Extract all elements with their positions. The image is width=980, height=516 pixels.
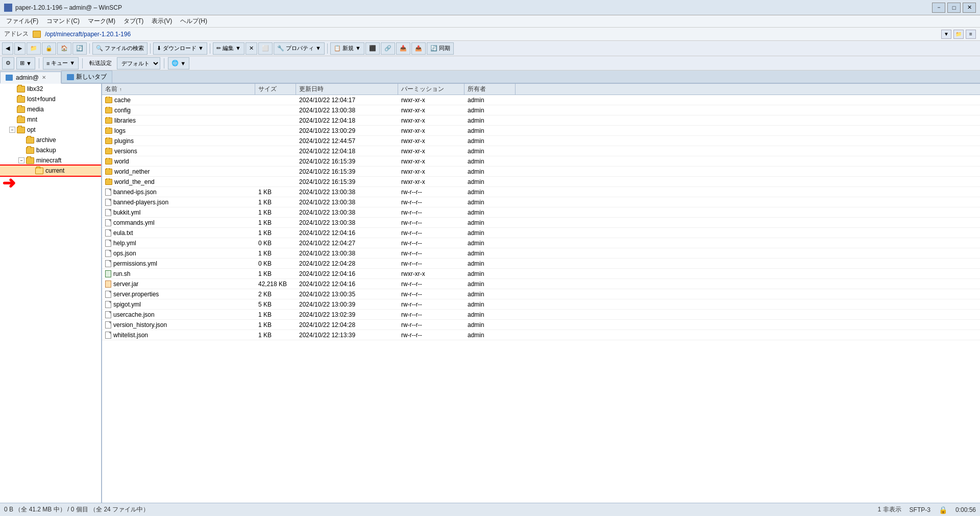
table-row[interactable]: server.jar 42,218 KB 2024/10/22 12:04:16… [102, 279, 980, 289]
close-button[interactable]: ✕ [963, 3, 976, 13]
col-header-date[interactable]: 更新日時 [296, 84, 398, 95]
menu-tab[interactable]: タブ(T) [119, 16, 148, 27]
delete-button[interactable]: ✕ [246, 42, 257, 55]
file-cell-perm: rwxr-xr-x [398, 127, 464, 134]
table-row[interactable]: versions 2024/10/22 12:04:18 rwxr-xr-x a… [102, 146, 980, 156]
file-icon [105, 311, 111, 318]
file-cell-perm: rw-r--r-- [398, 321, 464, 329]
new-tab-label: 新しいタブ [76, 73, 107, 81]
menu-mark[interactable]: マーク(M) [84, 16, 119, 27]
table-row[interactable]: permissions.yml 0 KB 2024/10/22 12:04:28… [102, 259, 980, 269]
tree-item-backup[interactable]: backup [0, 145, 101, 155]
maximize-button[interactable]: □ [947, 3, 961, 13]
col-header-size[interactable]: サイズ [255, 84, 296, 95]
queue-button[interactable]: ≡ キュー ▼ [43, 57, 79, 69]
tree-item-lost-found[interactable]: lost+found [0, 94, 101, 104]
lock-button[interactable]: 🔒 [42, 42, 56, 55]
minimize-button[interactable]: － [932, 3, 945, 13]
link-icon: 🔗 [384, 45, 391, 52]
refresh-button[interactable]: 🔄 [72, 42, 87, 55]
search-button[interactable]: 🔍 ファイルの検索 [92, 42, 148, 55]
menu-view[interactable]: 表示(V) [148, 16, 176, 27]
tab-close-button[interactable]: ✕ [42, 75, 46, 80]
table-row[interactable]: banned-players.json 1 KB 2024/10/22 13:0… [102, 197, 980, 207]
toggle-opt[interactable]: − [9, 127, 15, 133]
table-row[interactable]: world_nether 2024/10/22 16:15:39 rwxr-xr… [102, 167, 980, 177]
sync-button[interactable]: 🔄 同期 [427, 42, 454, 55]
forward-button[interactable]: ▶ [14, 42, 26, 55]
col-header-perm[interactable]: パーミッション [398, 84, 464, 95]
folder-icon [105, 128, 112, 134]
tree-item-media[interactable]: media [0, 104, 101, 114]
tree-item-archive[interactable]: archive [0, 135, 101, 145]
back-button[interactable]: ◀ [2, 42, 13, 55]
table-row[interactable]: version_history.json 1 KB 2024/10/22 12:… [102, 320, 980, 330]
file-cell-date: 2024/10/22 13:00:38 [296, 250, 398, 257]
new-button[interactable]: 📋 新規 ▼ [330, 42, 364, 55]
toggle-minecraft[interactable]: − [18, 157, 24, 163]
home-button[interactable]: 🏠 [57, 42, 71, 55]
download2-button[interactable]: 📥 [396, 42, 410, 55]
console-button[interactable]: ⬛ [365, 42, 380, 55]
table-row[interactable]: run.sh 1 KB 2024/10/22 12:04:16 rwxr-xr-… [102, 269, 980, 279]
file-cell-name: plugins [102, 137, 255, 145]
file-cell-perm: rwxr-xr-x [398, 148, 464, 155]
download-button[interactable]: ⬇ ダウンロード ▼ [153, 42, 207, 55]
tree-item-current[interactable]: current [0, 166, 101, 176]
file-cell-name: eula.txt [102, 229, 255, 237]
table-row[interactable]: config 2024/10/22 13:00:38 rwxr-xr-x adm… [102, 105, 980, 115]
table-row[interactable]: help.yml 0 KB 2024/10/22 12:04:27 rw-r--… [102, 238, 980, 248]
table-row[interactable]: whitelist.json 1 KB 2024/10/22 12:13:39 … [102, 330, 980, 340]
address-path[interactable]: /opt/minecraft/paper-1.20.1-196 [45, 31, 131, 38]
settings-button[interactable]: ⚙ [2, 57, 14, 69]
new-tab-button[interactable]: 新しいタブ [61, 71, 112, 83]
table-row[interactable]: cache 2024/10/22 12:04:17 rwxr-xr-x admi… [102, 95, 980, 105]
table-row[interactable]: server.properties 2 KB 2024/10/22 13:00:… [102, 289, 980, 299]
table-row[interactable]: banned-ips.json 1 KB 2024/10/22 13:00:38… [102, 187, 980, 197]
file-cell-perm: rw-r--r-- [398, 260, 464, 267]
grid-button[interactable]: ⊞ ▼ [16, 57, 35, 69]
tab-admin[interactable]: admin@ ✕ [0, 72, 61, 84]
folder-icon-minecraft [26, 157, 34, 164]
tree-item-opt[interactable]: − opt [0, 125, 101, 135]
file-icon [105, 219, 111, 226]
tree-item-minecraft[interactable]: − minecraft [0, 155, 101, 166]
col-header-name[interactable]: 名前 ↑ [102, 84, 255, 95]
file-cell-owner: admin [464, 280, 516, 288]
transfer-dropdown[interactable]: デフォルト [117, 57, 160, 69]
table-row[interactable]: usercache.json 1 KB 2024/10/22 13:02:39 … [102, 310, 980, 320]
properties-button[interactable]: 🔧 プロパティ ▼ [274, 42, 325, 55]
table-row[interactable]: eula.txt 1 KB 2024/10/22 12:04:16 rw-r--… [102, 228, 980, 238]
file-cell-name: ops.json [102, 250, 255, 257]
table-row[interactable]: world 2024/10/22 16:15:39 rwxr-xr-x admi… [102, 156, 980, 167]
table-row[interactable]: plugins 2024/10/22 12:44:57 rwxr-xr-x ad… [102, 136, 980, 146]
link-button[interactable]: 🔗 [381, 42, 395, 55]
menu-command[interactable]: コマンド(C) [42, 16, 84, 27]
menu-help[interactable]: ヘルプ(H) [176, 16, 211, 27]
address-browse-button[interactable]: 📁 [953, 30, 964, 39]
address-dropdown-button[interactable]: ▼ [941, 30, 951, 39]
globe-button[interactable]: 🌐 ▼ [168, 57, 189, 69]
edit-button[interactable]: ✏ 編集 ▼ [213, 42, 244, 55]
open-button[interactable]: 📁 [27, 42, 41, 55]
file-cell-perm: rw-r--r-- [398, 311, 464, 318]
table-row[interactable]: bukkit.yml 1 KB 2024/10/22 13:00:38 rw-r… [102, 207, 980, 218]
address-options-button[interactable]: ≡ [966, 30, 976, 39]
cancel-op-button[interactable]: ⬜ [258, 42, 273, 55]
tree-item-libx32[interactable]: libx32 [0, 84, 101, 94]
table-row[interactable]: logs 2024/10/22 13:00:29 rwxr-xr-x admin [102, 126, 980, 136]
file-cell-owner: admin [464, 178, 516, 185]
table-row[interactable]: ops.json 1 KB 2024/10/22 13:00:38 rw-r--… [102, 248, 980, 259]
table-row[interactable]: libraries 2024/10/22 12:04:18 rwxr-xr-x … [102, 115, 980, 126]
tree-item-mnt[interactable]: mnt [0, 114, 101, 125]
table-row[interactable]: spigot.yml 5 KB 2024/10/22 13:00:39 rw-r… [102, 299, 980, 310]
col-header-owner[interactable]: 所有者 [464, 84, 516, 95]
table-row[interactable]: commands.yml 1 KB 2024/10/22 13:00:38 rw… [102, 218, 980, 228]
new-icon: 📋 [334, 45, 341, 52]
file-icon [105, 209, 111, 216]
file-cell-date: 2024/10/22 12:44:57 [296, 137, 398, 145]
menu-file[interactable]: ファイル(F) [2, 16, 42, 27]
upload-button[interactable]: 📤 [411, 42, 426, 55]
table-row[interactable]: world_the_end 2024/10/22 16:15:39 rwxr-x… [102, 177, 980, 187]
folder-icon-libx32 [17, 86, 25, 92]
